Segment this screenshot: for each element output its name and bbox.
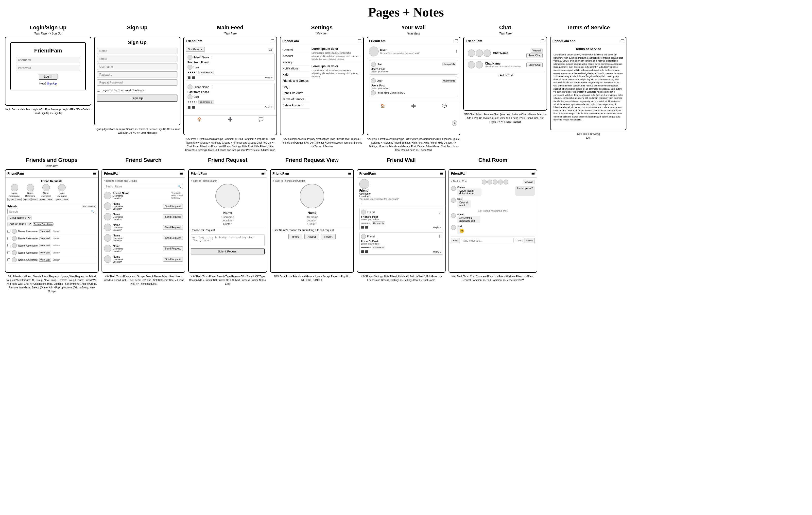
chatroom-menu-icon[interactable]: ☰ <box>531 171 535 176</box>
fg-menu-icon[interactable]: ☰ <box>93 171 96 176</box>
fsearch-send-req-2[interactable]: Send Request <box>163 204 183 209</box>
fg-friend-checkbox-5[interactable] <box>7 259 10 261</box>
fg-req-view-3[interactable]: View <box>47 198 53 201</box>
fsearch-send-req-3[interactable]: Send Request <box>163 214 183 219</box>
fsearch-back-link[interactable]: Back to Friends and Groups <box>104 180 183 182</box>
chatroom-emoji-icon-2[interactable]: ○ <box>517 239 519 242</box>
post-like-1[interactable]: ⬛ <box>192 77 195 79</box>
post-reply-2[interactable]: Reply ∨ <box>265 106 273 109</box>
settings-tos[interactable]: Terms of Service <box>283 96 310 102</box>
fg-req-ignore-4[interactable]: Ignore <box>55 198 62 201</box>
wall-nav-home[interactable]: 🏠 <box>380 104 385 109</box>
fg-req-view-2[interactable]: View <box>31 198 37 201</box>
fwall-menu-icon[interactable]: ☰ <box>440 171 443 176</box>
signup-link[interactable]: Sign Up <box>47 82 57 85</box>
chatroom-type-input[interactable] <box>461 238 514 243</box>
fg-friend-checkbox-2[interactable] <box>7 237 10 240</box>
fg-req-ignore-3[interactable]: Ignore <box>39 198 47 201</box>
feed-menu-icon[interactable]: ☰ <box>271 39 274 43</box>
nav-add[interactable]: ➕ <box>228 117 233 122</box>
password-field[interactable] <box>16 65 80 71</box>
repeat-password-field[interactable] <box>97 79 177 86</box>
freq-back-link[interactable]: Back to Friend Search <box>191 180 265 182</box>
fg-view-wall-4[interactable]: View Wall <box>39 251 51 254</box>
fg-search-input[interactable] <box>9 210 91 213</box>
fwall-share-2[interactable]: ⬛ <box>361 250 364 253</box>
chat-enter-2[interactable]: Enter Chat <box>526 63 543 67</box>
settings-account[interactable]: Account <box>283 53 310 59</box>
freqv-menu-icon[interactable]: ☰ <box>348 171 351 176</box>
tos-checkbox[interactable] <box>97 89 100 92</box>
fsearch-send-req-4[interactable]: Send Request <box>163 225 183 230</box>
chatroom-emoji-icon-4[interactable]: ○ <box>521 239 523 242</box>
settings-delete-account[interactable]: Delete Account <box>283 102 310 109</box>
chatroom-submit-btn[interactable]: Submit <box>524 238 535 243</box>
nav-home[interactable]: 🏠 <box>197 117 202 122</box>
fg-add-group-select[interactable]: Add to Group ∨ <box>7 222 32 226</box>
fg-view-wall-2[interactable]: View Wall <box>39 237 51 240</box>
fg-friend-checkbox-4[interactable] <box>7 251 10 254</box>
fwall-post-options-2[interactable]: ⋮ <box>438 235 441 238</box>
post-comments-1[interactable]: Comments ∨ <box>198 71 214 74</box>
chat-add-button[interactable]: + Add Chat <box>466 73 545 77</box>
signup-username-field[interactable] <box>97 64 177 70</box>
wall-nav-chat[interactable]: 💬 <box>442 104 447 109</box>
settings-privacy[interactable]: Privacy <box>283 59 310 65</box>
chatroom-emoji-icon[interactable]: ○ <box>515 239 516 242</box>
fg-req-view-1[interactable]: View <box>16 198 22 201</box>
fsearch-send-req-6[interactable]: Send Request <box>163 246 183 251</box>
nav-chat[interactable]: 💬 <box>259 117 263 122</box>
settings-friends-groups[interactable]: Friends and Groups <box>283 78 310 84</box>
fwall-reply-1[interactable]: Reply ∨ <box>433 226 441 229</box>
fg-req-ignore-2[interactable]: Ignore <box>23 198 31 201</box>
name-field[interactable] <box>97 48 177 54</box>
fwall-options-icon[interactable]: ⋮ <box>359 200 363 204</box>
chat-enter-1[interactable]: Enter Chat <box>526 53 543 58</box>
settings-notifications[interactable]: Notifications <box>283 65 310 72</box>
fsearch-send-req-7[interactable]: Send Request <box>163 257 183 262</box>
fg-req-ignore-1[interactable]: Ignore <box>7 198 15 201</box>
fg-friend-checkbox-1[interactable] <box>7 230 10 233</box>
fg-add-friends-btn[interactable]: Add Friends + <box>82 205 96 208</box>
chatroom-invite-btn[interactable]: Invite <box>451 238 460 243</box>
fg-friend-checkbox-3[interactable] <box>7 244 10 247</box>
post-like-2[interactable]: ⬛ <box>192 106 195 109</box>
fsearch-menu-icon[interactable]: ☰ <box>179 171 183 176</box>
fsearch-search-input[interactable] <box>106 185 178 188</box>
post-reply-1[interactable]: Reply ∨ <box>265 77 273 79</box>
freqv-ignore-btn[interactable]: Ignore <box>288 234 302 239</box>
fg-remove-group-btn[interactable]: Remove From Group <box>33 222 54 225</box>
fwall-reply-2[interactable]: Reply ∨ <box>433 250 441 253</box>
chat-menu-icon[interactable]: ☰ <box>541 39 545 43</box>
signup-password-field[interactable] <box>97 71 177 78</box>
settings-general[interactable]: General <box>283 47 310 53</box>
chatroom-view-all[interactable]: View All <box>523 180 535 184</box>
wall-options-icon[interactable]: ⋮ <box>455 50 458 54</box>
fg-group-select[interactable]: Group Name ∨ <box>7 215 32 220</box>
fwall-like-1[interactable]: ⬛ <box>365 226 368 229</box>
fwall-share-1[interactable]: ⬛ <box>361 226 364 229</box>
post-comments-2[interactable]: Comments ∨ <box>198 100 214 104</box>
post-share-1[interactable]: ⬛ <box>187 77 191 79</box>
settings-menu-icon[interactable]: ☰ <box>358 39 361 43</box>
chatroom-back-link[interactable]: Back to Chat <box>451 180 467 183</box>
settings-hide[interactable]: Hide <box>283 72 310 78</box>
wall-menu-icon[interactable]: ☰ <box>455 39 458 43</box>
tos-menu-icon[interactable]: ☰ <box>620 39 624 43</box>
fwall-post-options-1[interactable]: ⋮ <box>438 210 441 214</box>
post-share-2[interactable]: ⬛ <box>187 106 191 109</box>
fwall-like-2[interactable]: ⬛ <box>365 250 368 253</box>
fg-view-wall-3[interactable]: View Wall <box>39 244 51 247</box>
email-field[interactable] <box>97 56 177 62</box>
post-options-1[interactable]: ⋮ <box>210 55 214 59</box>
chatroom-emoji-icon-3[interactable]: ○ <box>519 239 521 242</box>
post-options-2[interactable]: ⋮ <box>210 85 214 89</box>
chat-view-all-1[interactable]: View All <box>530 49 543 53</box>
freq-submit-btn[interactable]: Submit Request <box>191 248 265 254</box>
fg-req-view-4[interactable]: View <box>63 198 69 201</box>
freqv-accept-btn[interactable]: Accept <box>304 234 319 239</box>
login-button[interactable]: Log In <box>39 73 57 80</box>
fsearch-send-req-5[interactable]: Send Request <box>163 236 183 240</box>
settings-dont-like-ads[interactable]: Don't Like Ads? <box>283 90 310 96</box>
freqv-back-link[interactable]: Back to Friends and Groups <box>272 180 351 182</box>
